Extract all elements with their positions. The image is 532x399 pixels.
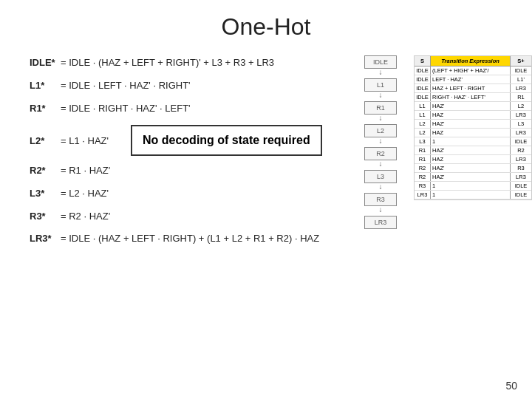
equation-expression: = IDLE · LEFT · HAZ' · RIGHT' — [61, 78, 191, 94]
equation-row: LR3*= IDLE · (HAZ + LEFT · RIGHT) + (L1 … — [30, 231, 355, 247]
table-row: L2HAZLR3 — [415, 129, 531, 137]
table-cell-next-state: IDLE — [511, 137, 531, 146]
table-cell-next-state: IDLE — [511, 182, 531, 190]
table-row: IDLELEFT · HAZ'L1' — [415, 75, 531, 84]
table-row: R2HAZ'R3 — [415, 164, 531, 173]
table-cell-transition: HAZ — [431, 129, 511, 137]
table-cell-transition: LEFT · HAZ' — [431, 75, 511, 83]
equation-expression: = IDLE · RIGHT · HAZ' · LEFT' — [61, 101, 191, 117]
equation-expression: = R1 · HAZ' — [61, 163, 110, 179]
table-section: S Transition Expression S+ IDLE(LEFT + H… — [414, 55, 532, 254]
equation-expression: = L2 · HAZ' — [61, 186, 109, 202]
page-number: 50 — [505, 380, 517, 392]
table-cell-next-state: LR3 — [511, 84, 531, 92]
table-row: L1HAZLR3 — [415, 111, 531, 120]
equation-row: L3*= L2 · HAZ' — [30, 186, 355, 202]
table-cell-transition: 1 — [431, 191, 511, 199]
table-row: R31IDLE — [415, 182, 531, 191]
state-arrow: ↓ — [379, 206, 383, 214]
state-block: LR3 — [364, 216, 397, 229]
table-cell-next-state: LR3 — [511, 173, 531, 181]
state-arrow: ↓ — [379, 160, 383, 168]
no-decoding-label: No decoding of state required — [131, 125, 322, 156]
equation-label: L1* — [30, 78, 61, 94]
state-block: R3↓ — [364, 193, 397, 214]
equation-label: R3* — [30, 209, 61, 225]
col-header-ns: S+ — [511, 56, 531, 66]
table-row: IDLEHAZ + LEFT · RIGHTLR3 — [415, 84, 531, 93]
state-block: L3↓ — [364, 170, 397, 191]
equation-label: L3* — [30, 186, 61, 202]
table-row: R1HAZ'R2 — [415, 146, 531, 155]
table-cell-state: IDLE — [415, 66, 431, 75]
table-cell-state: R2 — [415, 173, 431, 181]
table-cell-transition: HAZ' — [431, 173, 511, 181]
state-arrow: ↓ — [379, 137, 383, 145]
equation-label: IDLE* — [30, 55, 61, 71]
state-block: L1↓ — [364, 78, 397, 99]
table-cell-transition: HAZ' — [431, 102, 511, 110]
equation-row: R1*= IDLE · RIGHT · HAZ' · LEFT' — [30, 101, 355, 117]
state-block: R2↓ — [364, 147, 397, 168]
table-cell-next-state: L3 — [511, 120, 531, 128]
table-row: LR31IDLE — [415, 191, 531, 200]
table-cell-next-state: LR3 — [511, 155, 531, 163]
equation-expression: = L1 · HAZ' — [61, 134, 109, 149]
equation-label: R2* — [30, 163, 61, 179]
state-block: L2↓ — [364, 124, 397, 145]
equation-label: R1* — [30, 101, 61, 117]
table-cell-state: L2 — [415, 120, 431, 128]
table-cell-state: R3 — [415, 182, 431, 190]
col-header-transition: Transition Expression — [431, 56, 511, 66]
table-cell-transition: HAZ + LEFT · RIGHT — [431, 84, 511, 92]
table-cell-state: R1 — [415, 155, 431, 163]
table-cell-state: IDLE — [415, 75, 431, 83]
table-row: L2HAZ'L3 — [415, 120, 531, 129]
table-cell-transition: 1 — [431, 137, 511, 146]
table-cell-state: LR3 — [415, 191, 431, 199]
equation-row: L2*= L1 · HAZ'No decoding of state requi… — [30, 123, 355, 156]
table-row: L1HAZ'L2 — [415, 102, 531, 111]
equation-expression: = IDLE · (HAZ + LEFT + RIGHT)' + L3 + R3… — [61, 55, 274, 71]
table-cell-transition: HAZ' — [431, 164, 511, 172]
state-rect: R3 — [364, 193, 397, 206]
table-cell-state: R1 — [415, 146, 431, 154]
table-cell-transition: HAZ — [431, 111, 511, 119]
state-arrow: ↓ — [379, 69, 383, 76]
equation-expression: = R2 · HAZ' — [61, 209, 110, 225]
table-cell-next-state: R1 — [511, 93, 531, 101]
table-cell-next-state: LR3 — [511, 111, 531, 119]
table-cell-transition: 1 — [431, 182, 511, 190]
state-rect: LR3 — [364, 216, 397, 229]
table-cell-next-state: IDLE — [511, 66, 531, 75]
table-cell-next-state: L2 — [511, 102, 531, 110]
table-cell-next-state: L1' — [511, 75, 531, 83]
page-title: One-Hot — [0, 0, 532, 48]
col-header-s: S — [415, 56, 431, 66]
state-rect: L3 — [364, 170, 397, 183]
state-block: R1↓ — [364, 101, 397, 122]
table-cell-next-state: R2 — [511, 146, 531, 154]
equation-label: LR3* — [30, 231, 61, 247]
transition-table: S Transition Expression S+ IDLE(LEFT + H… — [414, 55, 532, 200]
state-rect: L1 — [364, 78, 397, 92]
table-cell-next-state: R3 — [511, 164, 531, 172]
table-cell-next-state: LR3 — [511, 129, 531, 137]
table-cell-transition: HAZ' — [431, 146, 511, 154]
table-cell-state: L1 — [415, 111, 431, 119]
equation-expression: = IDLE · (HAZ + LEFT · RIGHT) + (L1 + L2… — [61, 231, 319, 247]
table-row: IDLERIGHT · HAZ' · LEFT'R1 — [415, 93, 531, 102]
state-rect: L2 — [364, 124, 397, 137]
equation-row: R2*= R1 · HAZ' — [30, 163, 355, 179]
table-cell-transition: HAZ' — [431, 120, 511, 128]
state-rect: R1 — [364, 101, 397, 115]
equations-section: IDLE*= IDLE · (HAZ + LEFT + RIGHT)' + L3… — [30, 55, 355, 254]
table-cell-next-state: IDLE — [511, 191, 531, 199]
state-rect: R2 — [364, 147, 397, 160]
equation-row: R3*= R2 · HAZ' — [30, 209, 355, 225]
state-block: IDLE↓ — [364, 55, 397, 76]
state-rect: IDLE — [364, 55, 397, 69]
table-row: IDLE(LEFT + HIGH' + HAZ'/IDLE — [415, 66, 531, 75]
table-cell-transition: RIGHT · HAZ' · LEFT' — [431, 93, 511, 101]
table-cell-transition: (LEFT + HIGH' + HAZ'/ — [431, 66, 511, 75]
